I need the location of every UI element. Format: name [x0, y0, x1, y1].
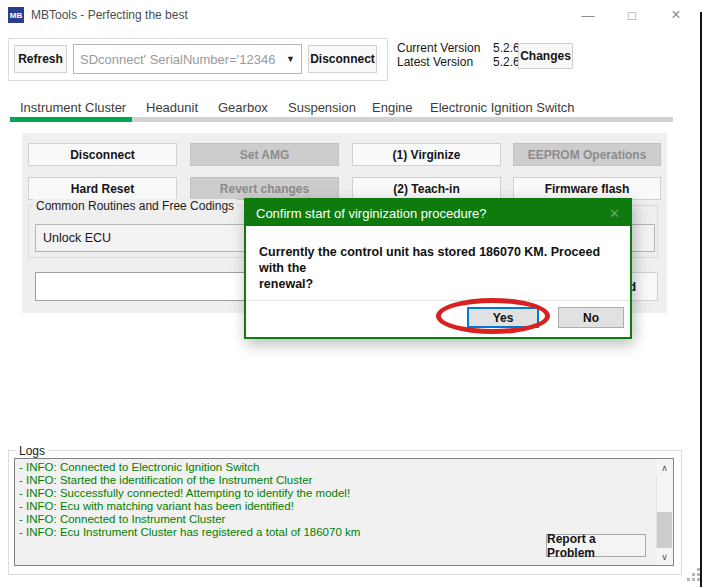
routines-group-title: Common Routines and Free Codings	[33, 199, 237, 213]
tab-instrument-cluster[interactable]: Instrument Cluster	[20, 100, 126, 115]
resize-grip-icon[interactable]	[687, 568, 700, 581]
log-line: - INFO: Ecu with matching variant has be…	[19, 500, 294, 514]
action-button-virginize[interactable]: (1) Virginize	[352, 143, 501, 166]
changes-button[interactable]: Changes	[518, 43, 573, 69]
disconnect-toolbar-button[interactable]: Disconnect	[308, 45, 377, 73]
scroll-up-icon: ∧	[661, 463, 668, 473]
dialog-titlebar: Confirm start of virginization procedure…	[246, 200, 630, 226]
close-button[interactable]: ×	[654, 0, 698, 30]
scroll-down-button[interactable]: ∨	[656, 548, 673, 565]
minimize-button[interactable]: —	[566, 0, 610, 30]
action-button-set-amg: Set AMG	[190, 143, 339, 166]
scroll-up-button[interactable]: ∧	[656, 459, 673, 476]
dialog-message: Currently the control unit has stored 18…	[259, 244, 621, 292]
tab-suspension[interactable]: Suspension	[288, 100, 356, 115]
dialog-separator	[246, 300, 630, 301]
log-line: - INFO: Successfully connected! Attempti…	[19, 487, 350, 501]
report-problem-button[interactable]: Report a Problem	[546, 534, 646, 557]
dialog-no-button[interactable]: No	[558, 307, 624, 328]
maximize-button[interactable]: □	[610, 0, 654, 30]
dialog-title: Confirm start of virginization procedure…	[256, 206, 487, 221]
scroll-down-icon: ∨	[661, 552, 668, 562]
routine-select-value: Unlock ECU	[43, 231, 111, 245]
action-button-hard-reset[interactable]: Hard Reset	[28, 177, 177, 200]
window-border	[700, 12, 702, 587]
action-button-teach-in[interactable]: (2) Teach-in	[352, 177, 501, 200]
app-logo-icon: MB	[8, 7, 24, 23]
tabstrip-underline	[132, 117, 673, 122]
window-title: MBTools - Perfecting the best	[31, 8, 188, 22]
action-button-revert-changes: Revert changes	[190, 177, 339, 200]
action-button-firmware-flash[interactable]: Firmware flash	[513, 177, 661, 200]
scrollbar-thumb[interactable]	[657, 512, 672, 548]
tab-electronic-ignition-switch[interactable]: Electronic Ignition Switch	[430, 100, 575, 115]
active-tab-indicator	[10, 117, 132, 122]
log-line: - INFO: Connected to Instrument Cluster	[19, 513, 225, 527]
app-window: MB MBTools - Perfecting the best — □ × R…	[0, 0, 703, 587]
dropdown-arrow-icon: ▼	[286, 54, 295, 64]
annotation-circle-yes	[436, 298, 550, 334]
maximize-icon: □	[628, 8, 636, 23]
minimize-icon: —	[582, 8, 595, 23]
connection-select-value: SDconnect' SerialNumber='12346	[80, 52, 275, 67]
log-line: - INFO: Started the identification of th…	[19, 474, 312, 488]
action-button-disconnect[interactable]: Disconnect	[28, 143, 177, 166]
current-version-label: Current Version	[397, 41, 480, 55]
refresh-button[interactable]: Refresh	[14, 45, 67, 73]
log-line: - INFO: Connected to Electronic Ignition…	[19, 461, 259, 475]
tab-headunit[interactable]: Headunit	[146, 100, 198, 115]
action-button-eeprom-operations: EEPROM Operations	[513, 143, 661, 166]
log-line: - INFO: Ecu Instrument Cluster has regis…	[19, 526, 360, 540]
connection-select[interactable]: SDconnect' SerialNumber='12346 ▼	[73, 44, 302, 74]
tab-engine[interactable]: Engine	[372, 100, 412, 115]
logs-group-title: Logs	[16, 444, 48, 458]
dialog-close-icon[interactable]: ✕	[609, 206, 620, 221]
tab-gearbox[interactable]: Gearbox	[218, 100, 268, 115]
latest-version-label: Latest Version	[397, 55, 473, 69]
close-icon: ×	[671, 6, 680, 24]
